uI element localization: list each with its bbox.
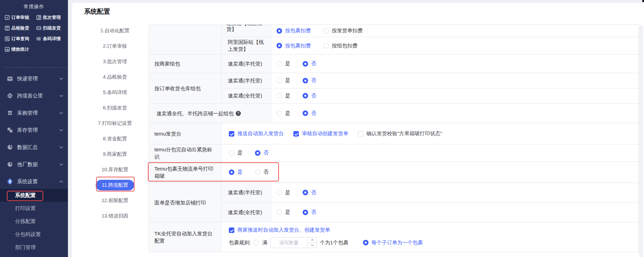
radio-icon[interactable] [229,150,234,156]
quick-action-performance-stats[interactable]: 绩效统计 [5,46,36,52]
radio-icon[interactable] [277,78,282,83]
config-nav-item-6[interactable]: 6.扫描发货 [82,100,148,116]
sidebar-item-crossborder-first-mile[interactable]: 跨境首公里 [0,87,68,104]
radio-icon[interactable] [277,190,282,195]
sidebar-subitem-system-config[interactable]: 系统配置 [0,189,68,202]
sidebar-item-express-management[interactable]: 快递管理 [0,70,68,87]
quick-action-barcode-details[interactable]: 条码详情 [36,36,65,42]
radio-option-yes[interactable]: 是 [277,110,290,117]
radio-option-no[interactable]: 否 [303,77,316,84]
quantity-input[interactable] [270,237,308,248]
sidebar-item-other-factory-data[interactable]: 他厂数据 [0,156,68,173]
sidebar-item-data-summary[interactable]: 数据汇总 [0,139,68,156]
config-nav-item-9[interactable]: 9.商家配置 [82,147,148,162]
config-nav-item-12[interactable]: 12.权限配置 [82,193,148,208]
stepper-down-icon[interactable] [308,243,317,248]
config-nav-item-11-active[interactable]: 11.跨境配置 [82,177,148,193]
radio-option-by-package[interactable]: 按包裹扣费 [277,27,311,34]
checkbox-icon[interactable] [293,131,299,137]
radio-icon[interactable] [277,43,282,48]
quick-action-order-search[interactable]: 订单查询 [5,36,36,42]
radio-icon[interactable] [303,78,308,83]
radio-option-yes[interactable]: 是 [229,169,243,175]
radio-icon[interactable] [277,93,282,98]
radio-option-yes[interactable]: 是 [277,60,290,67]
checkbox-confirm-ship-verify[interactable]: 确认发货校验"方果箱唛打印状态" [358,130,442,137]
radio-icon[interactable] [303,210,308,215]
sidebar-item-inventory-management[interactable]: 库存管理 [0,121,68,139]
radio-icon[interactable] [255,170,260,175]
config-nav-item-10[interactable]: 10.库存配置 [82,162,148,177]
config-nav-item-8[interactable]: 8.资金配置 [82,131,148,147]
options-cell: 推送自动加入发货台 审核自动创建发货单 确认发货校验"方果箱唛打印状态" [222,123,639,144]
checkbox-auto-create-on-audit[interactable]: 审核自动创建发货单 [293,130,348,137]
active-nav-pill[interactable]: 11.跨境配置 [96,180,134,190]
table-scrollbar-track[interactable] [639,25,643,257]
quick-action-batch-management[interactable]: 批次管理 [36,14,65,21]
config-nav-item-7[interactable]: 7.打印标记设置 [82,116,148,131]
radio-icon[interactable] [323,43,329,48]
radio-option-no[interactable]: 否 [303,93,316,99]
quick-action-order-audit[interactable]: 订单审核 [5,14,36,21]
radio-option-no[interactable]: 否 [255,150,269,156]
radio-option-by-shipment[interactable]: 按发货单扣费 [323,27,363,34]
radio-option-yes[interactable]: 是 [277,209,290,215]
radio-option-no[interactable]: 否 [303,110,316,117]
sidebar-subitem-sorting-config[interactable]: 分拣配置 [0,215,68,228]
radio-icon[interactable] [255,150,260,156]
sidebar-subitem-parcel-code-settings[interactable]: 分包码设置 [0,228,68,241]
config-nav-item-4[interactable]: 4.品检验货 [82,69,148,85]
quick-action-quality-inspection[interactable]: 品检验货 [5,25,36,31]
radio-icon[interactable] [323,28,329,34]
config-nav-item-2[interactable]: 2.订单审核 [82,38,148,54]
radio-option-no[interactable]: 否 [255,169,269,175]
radio-option-by-group[interactable]: 按组包扣费 [323,43,358,49]
quantity-stepper[interactable] [308,237,317,248]
bar-chart-icon [5,47,10,52]
quantity-input-group [270,237,317,248]
group-label-cell: 速卖通全托、半托跨店铺一起组包 ? [149,104,271,123]
radio-option-yes[interactable]: 是 [229,150,243,156]
radio-icon[interactable] [303,190,308,195]
stepper-up-icon[interactable] [308,237,317,243]
radio-icon[interactable] [277,210,282,215]
checkbox-icon[interactable] [229,227,234,233]
radio-icon[interactable] [303,61,308,67]
config-nav-item-3[interactable]: 3.批次管理 [82,54,148,69]
radio-icon[interactable] [303,110,308,116]
radio-option-yes[interactable]: 是 [277,77,290,84]
config-nav-item-1[interactable]: 1.自动化配置 [82,23,148,38]
radio-option-full-count[interactable]: 满 [254,240,267,246]
radio-icon[interactable] [277,28,282,34]
radio-option-no[interactable]: 否 [303,189,316,196]
quick-action-scan-shipping[interactable]: 扫描发货 [36,25,65,31]
options-cell: 是 否 [271,73,639,88]
config-nav-item-13[interactable]: 13.错误归因 [82,208,148,224]
config-nav-item-5[interactable]: 5.条码详情 [82,85,148,100]
sidebar-item-purchase-management[interactable]: 采购管理 [0,104,68,121]
help-question-icon[interactable]: ? [236,111,241,116]
options-cell: 按包裹扣费 按发货单扣费 [271,25,639,37]
radio-option-no[interactable]: 否 [303,209,316,215]
sidebar-subitem-print-settings[interactable]: 打印设置 [0,202,68,215]
radio-icon[interactable] [229,170,234,175]
platform-cell: 阿里国际站【线上发货】 [222,37,271,54]
radio-icon[interactable] [277,110,282,116]
checkbox-icon[interactable] [358,131,363,137]
radio-option-one-per-suborder[interactable]: 每个子订单为一个包裹 [363,240,423,246]
checkbox-tk-auto-add[interactable]: 商家推送时自动加入发货台、创建发货单 [229,227,639,233]
radio-icon[interactable] [277,61,282,67]
radio-icon[interactable] [363,240,368,245]
radio-option-yes[interactable]: 是 [277,93,290,99]
globe-icon [7,93,13,99]
checkbox-icon[interactable] [229,131,234,137]
sidebar-item-system-settings[interactable]: 系统设置 [0,173,68,190]
crossborder-settings-table: 速卖通【线上发货】 按包裹扣费 按发货单扣费 阿里国际站【线上发货】 按包裹扣费… [149,24,639,252]
radio-option-no[interactable]: 否 [303,60,316,67]
radio-icon[interactable] [303,93,308,98]
radio-option-by-package[interactable]: 按包裹扣费 [277,43,311,49]
radio-icon[interactable] [254,240,259,245]
radio-option-yes[interactable]: 是 [277,189,290,196]
checkbox-auto-add-on-push[interactable]: 推送自动加入发货台 [229,130,284,137]
sidebar-subitem-department-management[interactable]: 部门管理 [0,241,68,254]
